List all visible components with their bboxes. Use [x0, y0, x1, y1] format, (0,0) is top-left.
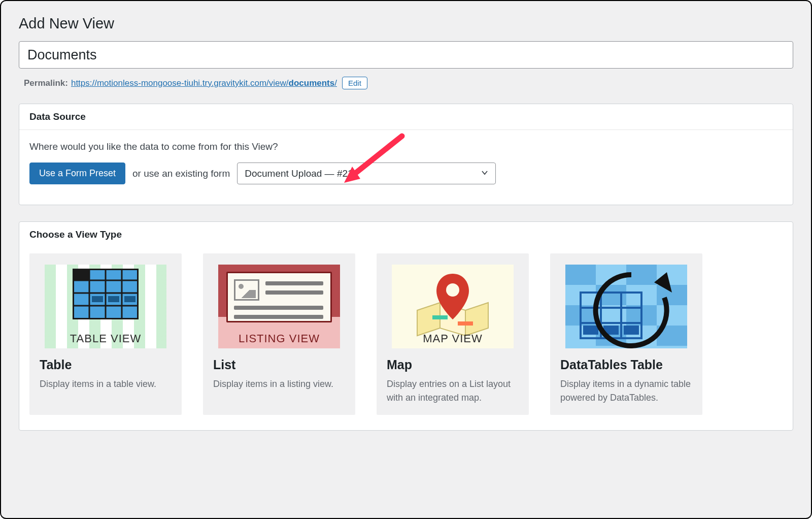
- permalink-base: https://motionless-mongoose-tiuhi.try.gr…: [71, 78, 289, 88]
- map-view-caption: MAP VIEW: [392, 332, 514, 345]
- svg-rect-22: [583, 326, 598, 335]
- card-description: Display entries on a List layout with an…: [377, 377, 529, 405]
- view-type-card-list[interactable]: LISTING VIEW List Display items in a lis…: [203, 253, 355, 415]
- view-type-header: Choose a View Type: [19, 222, 793, 247]
- page-frame: Add New View Permalink: https://motionle…: [0, 0, 812, 519]
- datatables-thumb: [565, 265, 687, 348]
- existing-form-select[interactable]: Document Upload — #21: [237, 163, 496, 184]
- card-title: Table: [29, 358, 182, 377]
- table-view-caption: TABLE VIEW: [45, 332, 166, 345]
- view-type-card-map[interactable]: MAP VIEW Map Display entries on a List l…: [377, 253, 529, 415]
- permalink-slug: documents: [289, 78, 335, 88]
- view-type-card-datatables[interactable]: DataTables Table Display items in a dyna…: [550, 253, 702, 415]
- use-form-preset-button[interactable]: Use a Form Preset: [29, 163, 125, 184]
- svg-rect-10: [124, 296, 136, 302]
- listing-view-thumb: LISTING VIEW: [218, 265, 340, 348]
- view-type-cards: TABLE VIEW Table Display items in a tabl…: [19, 247, 793, 430]
- data-source-prompt: Where would you like the data to come fr…: [29, 141, 783, 152]
- permalink-trail: /: [334, 78, 337, 88]
- data-source-controls: Use a Form Preset or use an existing for…: [29, 163, 783, 184]
- existing-form-select-wrap: Document Upload — #21: [237, 163, 496, 184]
- view-title-input[interactable]: [19, 41, 793, 69]
- card-title: Map: [377, 358, 529, 377]
- svg-rect-14: [432, 315, 448, 319]
- permalink-edit-button[interactable]: Edit: [342, 77, 367, 89]
- card-title: List: [203, 358, 355, 377]
- view-type-panel: Choose a View Type: [19, 221, 793, 431]
- card-description: Display items in a listing view.: [203, 377, 355, 391]
- svg-rect-15: [458, 321, 473, 326]
- svg-rect-8: [92, 296, 103, 302]
- card-description: Display items in a dynamic table powered…: [550, 377, 702, 405]
- card-title: DataTables Table: [550, 358, 702, 377]
- table-view-thumb: TABLE VIEW: [45, 265, 166, 348]
- permalink-label: Permalink:: [24, 78, 68, 88]
- data-source-panel: Data Source Where would you like the dat…: [19, 104, 793, 205]
- card-description: Display items in a table view.: [29, 377, 182, 391]
- svg-marker-13: [465, 303, 488, 336]
- permalink-link[interactable]: https://motionless-mongoose-tiuhi.try.gr…: [71, 78, 337, 88]
- listing-view-caption: LISTING VIEW: [218, 332, 340, 345]
- page-title: Add New View: [19, 15, 793, 32]
- map-view-thumb: MAP VIEW: [392, 265, 514, 348]
- svg-marker-25: [654, 272, 672, 293]
- data-source-header: Data Source: [19, 104, 793, 130]
- view-type-card-table[interactable]: TABLE VIEW Table Display items in a tabl…: [29, 253, 182, 415]
- svg-rect-9: [108, 296, 119, 302]
- svg-rect-24: [624, 326, 639, 335]
- svg-point-16: [446, 283, 459, 297]
- svg-rect-1: [73, 269, 89, 280]
- or-existing-form-label: or use an existing form: [132, 168, 230, 179]
- permalink-row: Permalink: https://motionless-mongoose-t…: [24, 77, 793, 89]
